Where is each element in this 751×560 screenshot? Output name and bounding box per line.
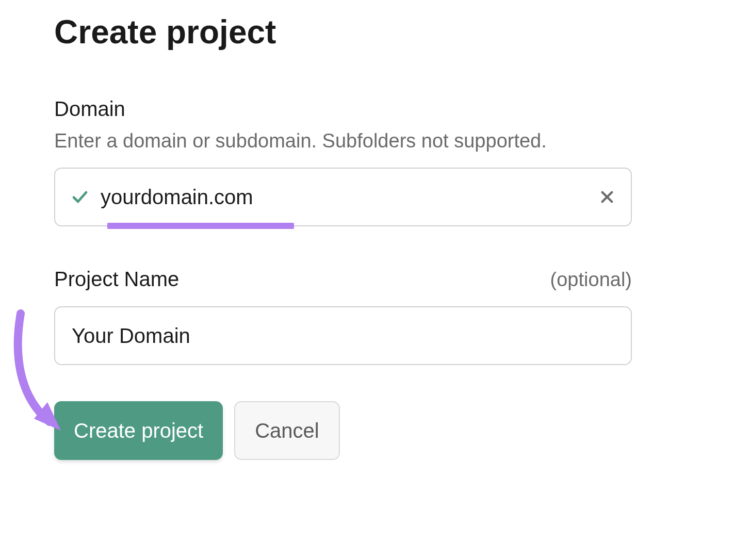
optional-label: (optional) [550,269,632,291]
create-project-button[interactable]: Create project [54,401,223,460]
project-name-label: Project Name [54,268,179,291]
domain-field: Domain Enter a domain or subdomain. Subf… [54,97,697,226]
domain-input[interactable]: yourdomain.com [54,168,632,226]
project-name-field: Project Name (optional) [54,268,697,401]
page-title: Create project [54,13,697,51]
domain-helper-text: Enter a domain or subdomain. Subfolders … [54,130,697,152]
project-name-input[interactable] [54,306,632,365]
domain-input-value: yourdomain.com [101,186,599,209]
cancel-button[interactable]: Cancel [234,401,340,460]
clear-icon[interactable] [599,189,615,205]
annotation-underline [107,223,294,229]
domain-label: Domain [54,97,697,121]
check-icon [71,188,89,206]
button-row: Create project Cancel [54,401,697,460]
